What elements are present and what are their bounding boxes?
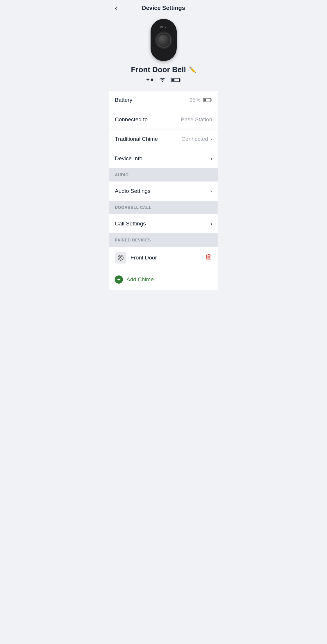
- page-title: Device Settings: [142, 5, 185, 11]
- audio-section-header: AUDIO: [109, 168, 218, 182]
- svg-rect-5: [180, 79, 181, 81]
- svg-rect-8: [211, 99, 212, 101]
- call-settings-row[interactable]: Call Settings ›: [109, 214, 218, 233]
- device-info-row[interactable]: Device Info ›: [109, 149, 218, 168]
- audio-settings-row[interactable]: Audio Settings ›: [109, 182, 218, 201]
- device-status-icons: [146, 77, 181, 84]
- paired-device-left: Front Door: [115, 252, 157, 264]
- call-settings-chevron: ›: [210, 221, 212, 227]
- header: ‹ Device Settings: [109, 0, 218, 16]
- device-image: [151, 19, 177, 61]
- connected-to-label: Connected to: [115, 116, 148, 123]
- chime-device-icon: [115, 252, 126, 264]
- paired-devices-card: Front Door + Add Chime: [109, 247, 218, 290]
- battery-row: Battery 35%: [109, 90, 218, 110]
- traditional-chime-row[interactable]: Traditional Chime Connected ›: [109, 129, 218, 149]
- battery-status-icon: [171, 77, 181, 84]
- traditional-chime-value: Connected ›: [181, 136, 212, 142]
- device-name: Front Door Bell: [131, 65, 186, 74]
- paired-device-row: Front Door: [109, 247, 218, 269]
- doorbell-call-section-header: DOORBELL CALL: [109, 201, 218, 214]
- svg-point-2: [151, 79, 153, 81]
- svg-rect-9: [204, 99, 206, 102]
- svg-point-3: [162, 81, 163, 82]
- paired-device-name: Front Door: [131, 255, 157, 261]
- svg-rect-6: [171, 79, 174, 81]
- svg-point-12: [120, 257, 121, 258]
- audio-card: Audio Settings ›: [109, 182, 218, 201]
- audio-settings-chevron: ›: [210, 188, 212, 194]
- traditional-chime-label: Traditional Chime: [115, 136, 158, 142]
- add-chime-icon: +: [115, 275, 123, 284]
- device-hero: Front Door Bell ✏️: [109, 16, 218, 90]
- delete-paired-device-button[interactable]: [205, 253, 212, 262]
- add-chime-row[interactable]: + Add Chime: [109, 269, 218, 290]
- device-name-row: Front Door Bell ✏️: [131, 65, 196, 74]
- device-info-label: Device Info: [115, 155, 142, 162]
- paired-devices-section-header: PAIRED DEVICES: [109, 233, 218, 247]
- settings-card: Battery 35% Connected to Base Station Tr…: [109, 90, 218, 168]
- add-chime-label: Add Chime: [126, 276, 154, 283]
- wifi-icon: [158, 77, 167, 84]
- device-lens: [156, 33, 171, 48]
- edit-icon[interactable]: ✏️: [189, 66, 196, 73]
- connected-to-value: Base Station: [181, 116, 212, 123]
- call-settings-label: Call Settings: [115, 220, 146, 227]
- battery-label: Battery: [115, 97, 132, 103]
- battery-value: 35%: [190, 97, 212, 103]
- audio-section-title: AUDIO: [115, 172, 129, 177]
- signal-dot-icon: [146, 77, 154, 84]
- traditional-chime-chevron: ›: [210, 136, 212, 142]
- connected-to-row: Connected to Base Station: [109, 110, 218, 129]
- doorbell-call-card: Call Settings ›: [109, 214, 218, 233]
- back-button[interactable]: ‹: [115, 4, 117, 12]
- paired-devices-section-title: PAIRED DEVICES: [115, 238, 151, 242]
- battery-icon: [203, 98, 212, 102]
- device-info-chevron: ›: [210, 156, 212, 162]
- audio-settings-label: Audio Settings: [115, 188, 151, 194]
- doorbell-call-section-title: DOORBELL CALL: [115, 205, 151, 210]
